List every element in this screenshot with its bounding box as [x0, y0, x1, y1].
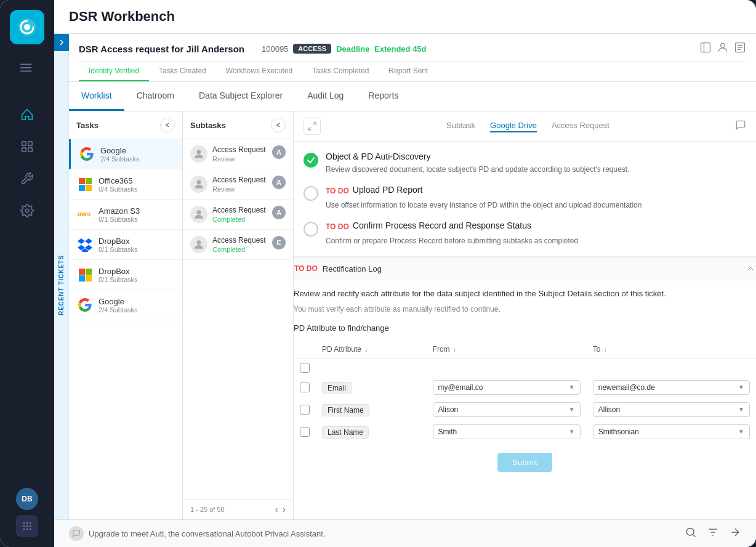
user-avatar[interactable]: DB [16, 488, 38, 510]
sidebar-item-home[interactable] [14, 101, 41, 128]
pd-checkbox[interactable] [300, 363, 310, 373]
tab-audit[interactable]: Audit Log [295, 82, 356, 111]
aws-icon: aws [78, 209, 92, 219]
rectification-title: Rectification Log [323, 264, 382, 274]
tab-worklist[interactable]: Worklist [69, 82, 124, 111]
dsr-tab-identity[interactable]: Identity Verified [79, 62, 149, 81]
app-header: DSR Workbench [54, 0, 756, 34]
search-action[interactable] [685, 526, 697, 541]
user-icon [717, 41, 729, 54]
sort-icon-2: ↓ [453, 346, 456, 353]
task-name: DropBox [99, 237, 175, 246]
subtask-item[interactable]: Access Request Completed A [183, 200, 293, 230]
subtask-type-3: Access Request [212, 206, 267, 214]
recent-tickets-toggle[interactable] [54, 34, 69, 51]
pd-to-firstname[interactable]: Allison ▼ [593, 402, 750, 417]
main-tabs: Worklist Chatroom Data Subject Explorer … [69, 82, 756, 111]
subtask-item[interactable]: Access Request Review A [183, 139, 293, 169]
task-item[interactable]: DropBox 0/1 Subtasks [69, 230, 182, 260]
dsr-tab-tasks[interactable]: Tasks Created [149, 62, 216, 81]
task-subtasks: 0/1 Subtasks [99, 276, 175, 283]
pd-attribute-firstname: First Name [322, 404, 369, 416]
grid-dots-icon [22, 521, 33, 532]
todo-label: TO DO [326, 187, 349, 195]
google-icon-2 [78, 298, 92, 312]
subtasks-nav-back[interactable] [271, 118, 286, 132]
task-detail-item: TO DO Upload PD Report Use offset inform… [304, 185, 746, 211]
google-logo [78, 145, 95, 163]
detail-column: Subtask Google Drive Access Request [294, 111, 756, 519]
svg-point-18 [30, 529, 31, 530]
pd-to-email[interactable]: newemail@co.de ▼ [593, 380, 750, 395]
tasks-nav-back[interactable] [160, 118, 175, 132]
chevron-left-icon-2 [275, 122, 281, 128]
apps-button[interactable] [16, 515, 38, 537]
pd-to-lastname[interactable]: Smithsonian ▼ [593, 424, 750, 439]
tab-chatroom[interactable]: Chatroom [124, 82, 187, 111]
sidebar-item-dashboard[interactable] [14, 133, 41, 160]
svg-point-37 [197, 210, 201, 214]
filter-action[interactable] [707, 526, 719, 541]
pd-checkbox-email[interactable] [300, 383, 310, 392]
task-item[interactable]: DropBox 0/1 Subtasks [69, 260, 182, 290]
pd-checkbox-firstname[interactable] [300, 405, 310, 415]
subtask-avatar [190, 145, 207, 163]
dropdown-arrow: ▼ [569, 384, 575, 391]
task-item[interactable]: Office365 0/4 Subtasks [69, 169, 182, 200]
detail-tab-subtask[interactable]: Subtask [446, 121, 475, 132]
pd-from-firstname[interactable]: Alison ▼ [433, 402, 581, 417]
pd-from-email[interactable]: my@email.co ▼ [433, 380, 581, 395]
sidebar-item-tools[interactable] [14, 165, 41, 192]
pd-table: PD Attribute ↓ From ↓ [294, 340, 756, 443]
sidebar-menu-toggle[interactable] [14, 54, 41, 81]
app-logo[interactable] [10, 10, 44, 44]
dsr-action-note[interactable] [734, 41, 746, 56]
wrench-icon [20, 172, 34, 185]
dsr-tab-completed[interactable]: Tasks Completed [302, 62, 379, 81]
svg-point-17 [26, 529, 28, 530]
svg-rect-2 [20, 64, 31, 65]
person-icon-2 [193, 178, 205, 190]
rectification-header[interactable]: TO DO Rectification Log [294, 257, 756, 280]
task-detail-title-3: Confirm Process Record and Response Stat… [353, 221, 531, 230]
task-name: Office365 [99, 176, 175, 185]
pd-checkbox-lastname[interactable] [300, 427, 310, 437]
bottom-bar: Upgrade to meet Auti, the conversational… [54, 519, 756, 547]
dsr-action-user[interactable] [717, 41, 729, 56]
chevron-up-icon [746, 264, 755, 274]
svg-rect-6 [28, 142, 32, 145]
svg-rect-3 [20, 67, 31, 68]
dsr-badge: ACCESS [293, 44, 331, 54]
subtask-item[interactable]: Access Request Review A [183, 169, 293, 200]
arrow-action[interactable] [729, 526, 741, 541]
rectification-note: You must verify each attribute as manual… [294, 305, 756, 314]
task-name: Amazon S3 [99, 206, 175, 216]
task-status-todo [304, 186, 318, 201]
recent-tickets-label[interactable]: RECENT TICKETS [58, 255, 65, 315]
detail-tab-access-request[interactable]: Access Request [552, 121, 609, 132]
dsr-action-screenshot[interactable] [699, 41, 712, 56]
dsr-deadline-value: Extended 45d [374, 44, 427, 54]
tab-data-subject[interactable]: Data Subject Explorer [187, 82, 295, 111]
task-item[interactable]: Google 2/4 Subtasks [69, 290, 182, 320]
person-icon [193, 148, 205, 160]
task-item[interactable]: Google 2/4 Subtasks [69, 139, 182, 169]
svg-point-21 [721, 43, 725, 47]
detail-tab-google-drive[interactable]: Google Drive [490, 121, 537, 132]
submit-button[interactable]: Submit [497, 453, 552, 472]
pagination-prev[interactable]: ‹ [275, 504, 278, 514]
expand-button[interactable] [304, 118, 321, 135]
sidebar-item-settings[interactable] [14, 197, 41, 224]
dsr-tab-workflows[interactable]: Workflows Executed [216, 62, 303, 81]
pagination-next[interactable]: › [283, 504, 286, 514]
dsr-tab-report[interactable]: Report Sent [379, 62, 438, 81]
bottom-bar-message: Upgrade to meet Auti, the conversational… [89, 529, 325, 538]
task-detail-desc-3: Confirm or prepare Process Record before… [326, 235, 746, 246]
task-item[interactable]: aws Amazon S3 0/1 Subtasks [69, 200, 182, 230]
tab-reports[interactable]: Reports [356, 82, 411, 111]
sidebar: DB [0, 0, 54, 547]
pd-from-lastname[interactable]: Smith ▼ [433, 424, 581, 439]
detail-comment-btn[interactable] [735, 120, 746, 133]
svg-point-16 [23, 529, 25, 530]
subtask-item[interactable]: Access Request Completed E [183, 230, 293, 260]
